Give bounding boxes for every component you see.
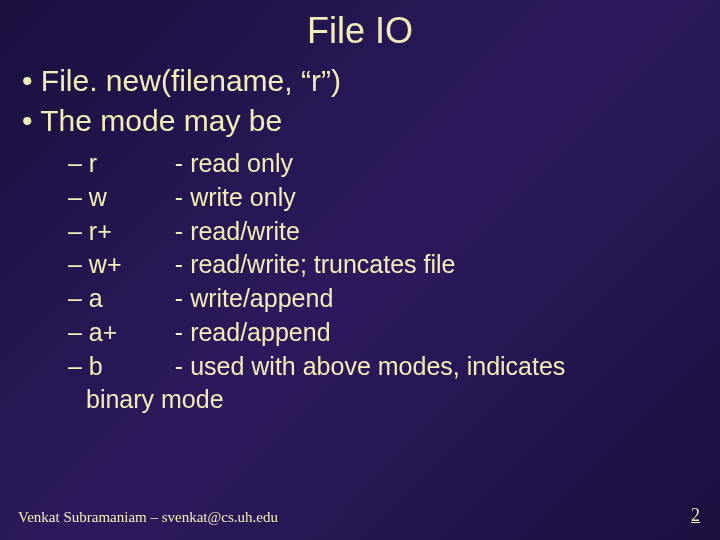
slide-title: File IO bbox=[22, 10, 698, 52]
page-number: 2 bbox=[691, 505, 700, 526]
mode-key: a bbox=[89, 282, 175, 316]
mode-desc: - read/append bbox=[175, 318, 331, 346]
mode-desc: - write/append bbox=[175, 284, 333, 312]
bullet-item: File. new(filename, “r”) bbox=[22, 62, 698, 100]
mode-item: a+- read/append bbox=[68, 316, 698, 350]
mode-desc: - read/write; truncates file bbox=[175, 250, 456, 278]
main-bullets: File. new(filename, “r”) The mode may be bbox=[22, 62, 698, 139]
mode-key: r+ bbox=[89, 215, 175, 249]
mode-item: b- used with above modes, indicates bbox=[68, 350, 698, 384]
slide: File IO File. new(filename, “r”) The mod… bbox=[0, 0, 720, 540]
mode-desc: - write only bbox=[175, 183, 296, 211]
mode-item: r+- read/write bbox=[68, 215, 698, 249]
mode-key: a+ bbox=[89, 316, 175, 350]
mode-desc: - read only bbox=[175, 149, 293, 177]
mode-list: r- read only w- write only r+- read/writ… bbox=[22, 147, 698, 417]
mode-desc: - read/write bbox=[175, 217, 300, 245]
mode-key: w+ bbox=[89, 248, 175, 282]
bullet-item: The mode may be bbox=[22, 102, 698, 140]
mode-key: w bbox=[89, 181, 175, 215]
mode-desc: - used with above modes, indicates bbox=[175, 352, 566, 380]
mode-key: r bbox=[89, 147, 175, 181]
mode-item: w+- read/write; truncates file bbox=[68, 248, 698, 282]
mode-item: a- write/append bbox=[68, 282, 698, 316]
mode-item: w- write only bbox=[68, 181, 698, 215]
mode-key: b bbox=[89, 350, 175, 384]
mode-item: r- read only bbox=[68, 147, 698, 181]
footer-author: Venkat Subramaniam – svenkat@cs.uh.edu bbox=[18, 509, 278, 526]
mode-continuation: binary mode bbox=[68, 383, 698, 417]
